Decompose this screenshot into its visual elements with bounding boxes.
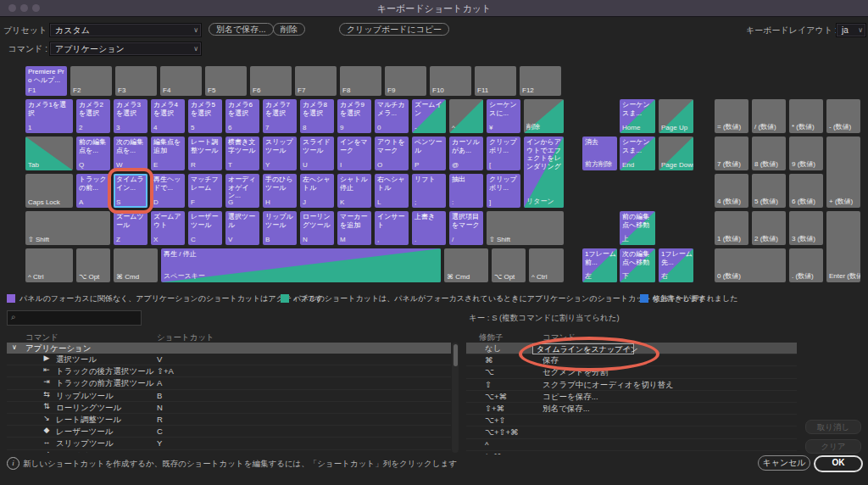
key-at[interactable]: カーソルがあ...@	[449, 137, 483, 170]
key-numpad-0[interactable]: 0 (数値)	[715, 248, 786, 282]
command-shortcut[interactable]: Y	[157, 438, 162, 448]
key-f9[interactable]: F9	[385, 66, 426, 96]
key-numpad-6[interactable]: 6 (数値)	[789, 174, 823, 208]
key-arrow-up[interactable]: 前の編集点へ移動上	[620, 211, 655, 245]
key-f10[interactable]: F10	[430, 66, 471, 96]
key-f12[interactable]: F12	[520, 66, 561, 96]
key-arrow-left[interactable]: 1フレーム前...左	[582, 248, 617, 282]
modifier-command-row[interactable]: ⇧+⌘別名で保存...	[466, 403, 797, 415]
command-row[interactable]: ◆レーザーツールC	[7, 426, 451, 438]
command-shortcut[interactable]: N	[157, 403, 163, 412]
key-f7[interactable]: F7	[295, 66, 337, 96]
key-b[interactable]: リップルツールB	[263, 211, 297, 245]
key-opt-left[interactable]: ⌥ Opt	[76, 248, 110, 282]
key-f3[interactable]: F3	[115, 66, 157, 96]
key-numpad-3[interactable]: 3 (数値)	[789, 211, 823, 245]
key-minus[interactable]: ズームイン-	[412, 99, 446, 133]
key-m[interactable]: マーカーを追加M	[337, 211, 371, 245]
clear-button[interactable]: クリア	[805, 439, 861, 454]
key-f1[interactable]: Premiere Pro ヘルプ...F1	[25, 66, 67, 96]
ok-button[interactable]: OK	[814, 455, 863, 472]
modifier-command-row[interactable]: ⌥+⇧	[466, 415, 797, 426]
scrollbar-thumb[interactable]	[453, 344, 458, 366]
key-j[interactable]: 左へシャトルJ	[300, 174, 334, 208]
modifier-command-row[interactable]: ^	[466, 439, 797, 451]
key-numpad-4[interactable]: 4 (数値)	[715, 174, 748, 208]
command-row[interactable]: ▶選択ツールV	[7, 354, 451, 365]
command-shortcut[interactable]: C	[157, 426, 163, 436]
key-s[interactable]: タイムライン...S	[114, 174, 147, 208]
key-i[interactable]: インをマークI	[337, 137, 371, 170]
command-row[interactable]: ⇄スライドツールU	[7, 450, 451, 454]
key-numpad-7[interactable]: 7 (数値)	[715, 137, 748, 170]
key-numpad-8[interactable]: 8 (数値)	[752, 137, 786, 170]
key-p[interactable]: ペンツールP	[412, 137, 446, 170]
key-7[interactable]: カメラ7を選択7	[263, 99, 297, 133]
command-row[interactable]: ⇅ローリングツールN	[7, 402, 451, 414]
key-arrow-down[interactable]: 次の編集点へ移動下	[620, 248, 655, 282]
key-9[interactable]: カメラ9を選択9	[337, 99, 371, 133]
key-opt-right[interactable]: ⌥ Opt	[492, 248, 526, 282]
command-row[interactable]: ↔スリップツールY	[7, 438, 451, 449]
key-k[interactable]: シャトル停止K	[337, 174, 371, 208]
key-v[interactable]: 選択ツールV	[225, 211, 259, 245]
key-3[interactable]: カメラ3を選択3	[114, 99, 147, 133]
key-f4[interactable]: F4	[160, 66, 202, 96]
modifier-command-row[interactable]: ⌥セグメントを分割	[466, 366, 797, 378]
undo-button[interactable]: 取り消し	[805, 420, 861, 434]
key-a[interactable]: トラックの前...A	[76, 174, 110, 208]
key-caret[interactable]: ^	[449, 99, 483, 133]
modifier-command-row[interactable]: ^+⌘	[466, 451, 797, 454]
key-yen[interactable]: シーケンスに...¥	[487, 99, 520, 133]
key-period[interactable]: 上書き.	[412, 211, 446, 245]
key-y[interactable]: スリップツールY	[263, 137, 297, 170]
command-row[interactable]: ⇥トラックの前方選択ツールA	[7, 377, 451, 389]
key-c[interactable]: レーザーツールC	[188, 211, 222, 245]
key-numpad-2[interactable]: 2 (数値)	[752, 211, 786, 245]
key-4[interactable]: カメラ4を選択4	[151, 99, 185, 133]
key-1[interactable]: カメラ1を選択1	[25, 99, 73, 133]
command-shortcut[interactable]: A	[157, 378, 162, 387]
key-space[interactable]: 再生 / 停止スペースキー	[161, 248, 441, 282]
key-x[interactable]: ズームアウトX	[151, 211, 185, 245]
key-numpad-multiply[interactable]: * (数値)	[789, 99, 823, 133]
key-delete[interactable]: 削除	[524, 99, 564, 133]
key-shift-right[interactable]: ⇧ Shift	[487, 211, 564, 245]
command-shortcut[interactable]: V	[157, 354, 162, 364]
key-comma[interactable]: インサート,	[375, 211, 409, 245]
key-f6[interactable]: F6	[250, 66, 292, 96]
key-numpad-minus[interactable]: - (数値)	[826, 99, 860, 133]
key-o[interactable]: アウトをマークO	[375, 137, 409, 170]
command-row[interactable]: ⇤トラックの後方選択ツール⇧+A	[7, 365, 451, 377]
key-t[interactable]: 横書き文字ツールT	[225, 137, 259, 170]
key-l[interactable]: 右へシャトルL	[375, 174, 409, 208]
key-5[interactable]: カメラ5を選択5	[188, 99, 222, 133]
key-ctrl-left[interactable]: ^ Ctrl	[25, 248, 73, 282]
close-icon[interactable]: ×	[626, 344, 631, 352]
key-f11[interactable]: F11	[475, 66, 516, 96]
key-d[interactable]: 再生ヘッドで...D	[151, 174, 185, 208]
key-colon[interactable]: 抽出:	[449, 174, 483, 208]
key-f5[interactable]: F5	[205, 66, 247, 96]
key-n[interactable]: ローリングツールN	[300, 211, 334, 245]
modifier-command-row[interactable]: ⇧スクラブ中にオーディオを切り替え	[466, 379, 797, 391]
key-pageup[interactable]: Page Up	[659, 99, 693, 133]
key-ctrl-right[interactable]: ^ Ctrl	[529, 248, 564, 282]
key-bracket-left[interactable]: クリップボリ...[	[487, 137, 520, 170]
key-u[interactable]: スライドツールU	[300, 137, 334, 170]
key-q[interactable]: 前の編集点を...Q	[76, 137, 110, 170]
key-numpad-enter[interactable]: Enter (数値)	[826, 211, 860, 282]
command-shortcut[interactable]: ⇧+A	[157, 366, 174, 376]
key-g[interactable]: オーディオゲイン...G	[225, 174, 259, 208]
key-tab[interactable]: Tab	[25, 137, 73, 170]
key-slash[interactable]: 選択項目をマーク/	[449, 211, 483, 245]
key-numpad-equals[interactable]: = (数値)	[715, 99, 748, 133]
key-bracket-right[interactable]: クリップボリ...]	[487, 174, 520, 208]
key-2[interactable]: カメラ2を選択2	[76, 99, 110, 133]
cancel-button[interactable]: キャンセル	[758, 455, 810, 471]
key-shift-left[interactable]: ⇧ Shift	[25, 211, 110, 245]
key-numpad-period[interactable]: . (数値)	[789, 248, 823, 282]
key-numpad-divide[interactable]: / (数値)	[752, 99, 786, 133]
key-f2[interactable]: F2	[70, 66, 112, 96]
command-row[interactable]: ⇆リップルツールB	[7, 390, 451, 402]
